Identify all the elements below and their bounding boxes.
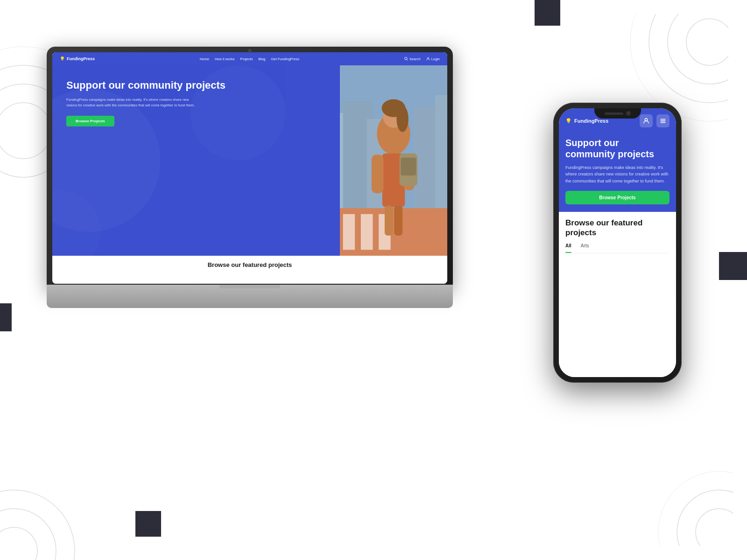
phone-featured-title: Browse our featured projects — [565, 218, 669, 238]
login-button[interactable]: Login — [426, 57, 440, 61]
laptop-hero-content: Support our community projects FundingPr… — [52, 65, 340, 256]
search-icon[interactable]: Search — [404, 57, 421, 61]
svg-point-8 — [0, 527, 37, 560]
circle-decoration-bottom-left — [0, 420, 140, 560]
phone-front-camera — [626, 111, 631, 116]
svg-point-41 — [645, 119, 647, 121]
phone-hero-section: Support our community projects FundingPr… — [559, 130, 676, 212]
phone-nav-icons — [640, 114, 669, 127]
svg-point-9 — [0, 509, 56, 560]
svg-line-15 — [407, 59, 408, 60]
phone-user-icon-button[interactable] — [640, 114, 653, 127]
laptop-nav-actions: Search Login — [404, 57, 440, 61]
laptop-hinge — [219, 285, 280, 288]
svg-point-0 — [0, 103, 51, 159]
decorative-square-top-right — [535, 0, 560, 26]
laptop-hero-description: FundingPress campaigns make ideas into r… — [66, 97, 197, 108]
laptop-hero-section: Support our community projects FundingPr… — [52, 65, 447, 256]
nav-link-home[interactable]: Home — [200, 57, 209, 61]
phone-browse-projects-button[interactable]: Browse Projects — [565, 191, 669, 204]
laptop-nav-links: Home How it works Projects Blog Get Fund… — [200, 57, 299, 61]
svg-rect-38 — [401, 158, 416, 175]
phone-bottom-section: Browse our featured projects All Arts — [559, 212, 676, 377]
svg-point-11 — [696, 509, 733, 546]
svg-rect-40 — [394, 206, 402, 236]
website-phone-content: 💡 FundingPress Support our communi — [559, 108, 676, 377]
svg-point-14 — [405, 57, 407, 60]
laptop-hero-title: Support our community projects — [66, 79, 331, 91]
phone-mockup: 💡 FundingPress Support our communi — [553, 103, 682, 383]
laptop-bottom-section: Browse our featured projects — [52, 256, 447, 284]
phone-menu-icon-button[interactable] — [656, 114, 669, 127]
circle-decoration-bottom-right — [616, 429, 733, 546]
phone-speaker — [605, 112, 623, 115]
phone-tab-all[interactable]: All — [565, 243, 571, 250]
svg-point-5 — [668, 14, 728, 84]
svg-rect-28 — [361, 214, 373, 250]
website-laptop-content: 💡 FundingPress Home How it works Project… — [52, 52, 447, 284]
nav-link-projects[interactable]: Projects — [240, 57, 253, 61]
laptop-website-nav: 💡 FundingPress Home How it works Project… — [52, 52, 447, 65]
phone-hero-description: FundingPress campaigns make ideas into r… — [565, 164, 669, 184]
svg-point-6 — [649, 14, 728, 103]
laptop-browse-projects-button[interactable]: Browse Projects — [66, 116, 114, 126]
laptop-nav-logo: 💡 FundingPress — [60, 56, 95, 61]
phone-nav-logo: 💡 FundingPress — [565, 118, 608, 124]
svg-point-33 — [396, 106, 409, 132]
phone-hero-title: Support our community projects — [565, 137, 669, 160]
phone-tab-arts[interactable]: Arts — [581, 243, 589, 250]
laptop-screen: 💡 FundingPress Home How it works Project… — [52, 52, 447, 284]
laptop-featured-title: Browse our featured projects — [62, 261, 438, 268]
phone-screen: 💡 FundingPress Support our communi — [559, 108, 676, 377]
phone-bulb-icon: 💡 — [565, 118, 572, 124]
phone-notch — [594, 108, 641, 119]
nav-link-get[interactable]: Get FundingPress — [271, 57, 299, 61]
laptop-hero-image — [340, 65, 447, 256]
svg-rect-39 — [385, 206, 393, 236]
svg-point-4 — [686, 19, 728, 65]
decorative-square-mid-left — [0, 303, 12, 331]
laptop-mockup: 💡 FundingPress Home How it works Project… — [47, 47, 453, 345]
phone-category-tabs: All Arts — [565, 243, 669, 253]
laptop-camera — [248, 49, 252, 53]
hero-woman-image — [340, 65, 447, 256]
svg-rect-35 — [372, 154, 384, 193]
svg-rect-26 — [340, 208, 447, 256]
laptop-base — [47, 285, 453, 308]
svg-point-12 — [677, 490, 733, 546]
nav-link-how[interactable]: How it works — [215, 57, 235, 61]
decorative-square-mid-right — [719, 252, 747, 280]
svg-rect-27 — [343, 214, 355, 250]
phone-body: 💡 FundingPress Support our communi — [553, 103, 682, 383]
laptop-bezel: 💡 FundingPress Home How it works Project… — [47, 47, 453, 289]
bulb-icon: 💡 — [60, 56, 65, 61]
nav-link-blog[interactable]: Blog — [259, 57, 266, 61]
